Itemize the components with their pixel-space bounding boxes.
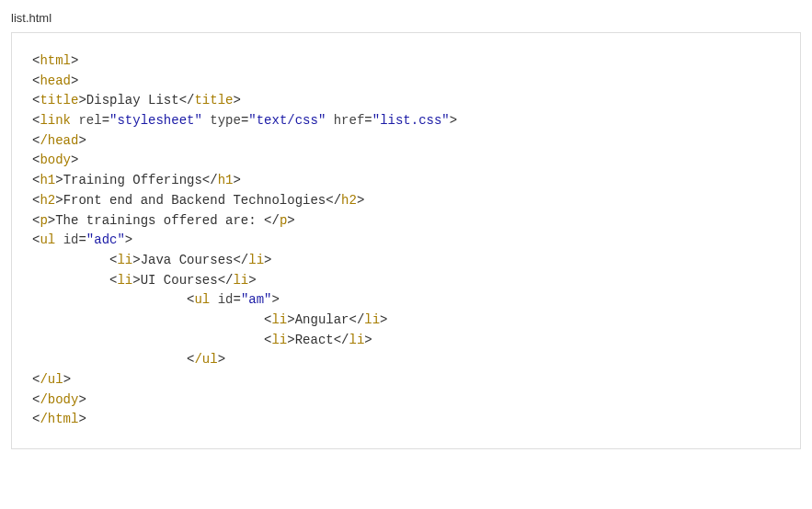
file-name-label: list.html <box>11 11 801 25</box>
code-block: <html> <head> <title>Display List</title… <box>32 51 780 430</box>
code-container: <html> <head> <title>Display List</title… <box>11 32 801 449</box>
